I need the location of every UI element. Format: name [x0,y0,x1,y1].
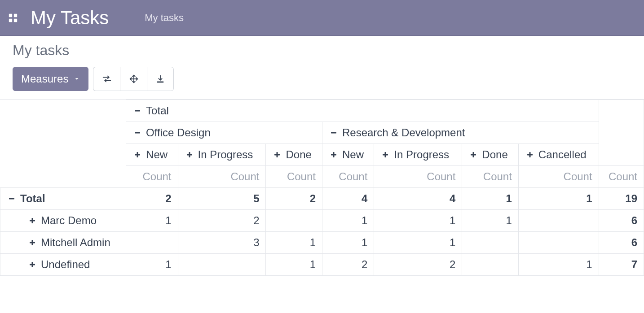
cell-3-2[interactable]: 1 [266,254,322,276]
cell-3-4[interactable]: 2 [374,254,462,276]
cell-2-3[interactable]: 1 [322,232,374,254]
svg-rect-24 [30,220,35,222]
measure-header-total[interactable]: Count [599,166,644,188]
swap-icon [102,74,112,84]
measure-header-2[interactable]: Count [266,166,322,188]
row-header-1[interactable]: Marc Demo [0,210,126,232]
cell-0-4[interactable]: 4 [374,188,462,210]
cell-0-0[interactable]: 2 [126,188,178,210]
col-leaf-1-0[interactable]: New [322,144,374,166]
cell-2-2[interactable]: 1 [266,232,322,254]
measure-header-6[interactable]: Count [518,166,599,188]
measure-header-0[interactable]: Count [126,166,178,188]
row-header-2[interactable]: Mitchell Admin [0,232,126,254]
navbar: My Tasks My tasks [0,0,644,36]
svg-rect-13 [274,154,280,156]
plus-icon[interactable] [329,150,339,160]
row-total-2[interactable]: 6 [599,232,644,254]
svg-rect-0 [9,13,12,17]
measures-button[interactable]: Measures [13,67,88,91]
plus-icon[interactable] [27,260,37,270]
plus-icon[interactable] [132,150,142,160]
cell-1-0[interactable]: 1 [126,210,178,232]
measure-header-3[interactable]: Count [322,166,374,188]
col-group-1[interactable]: Research & Development [322,122,599,144]
control-panel: My tasks Measures [0,36,644,100]
cell-3-6[interactable]: 1 [518,254,599,276]
cell-0-3[interactable]: 4 [322,188,374,210]
svg-rect-3 [14,18,17,22]
row-total-0[interactable]: 19 [599,188,644,210]
col-group-0[interactable]: Office Design [126,122,322,144]
plus-icon[interactable] [27,216,37,226]
pivot-tbody: Total252441119Marc Demo121116Mitchell Ad… [0,188,644,276]
app-title[interactable]: My Tasks [31,7,109,29]
pivot-row-2: Mitchell Admin31116 [0,232,644,254]
col-leaf-1-2[interactable]: Done [462,144,519,166]
pivot-row-0: Total252441119 [0,188,644,210]
measure-header-5[interactable]: Count [462,166,519,188]
plus-icon[interactable] [380,150,390,160]
cell-2-5[interactable] [462,232,519,254]
cell-2-6[interactable] [518,232,599,254]
row-total-1[interactable]: 6 [599,210,644,232]
col-leaf-label: Done [286,148,311,161]
col-group-label: Research & Development [342,126,465,139]
row-label-text: Mitchell Admin [41,236,110,249]
col-leaf-0-2[interactable]: Done [266,144,322,166]
minus-icon[interactable] [132,106,142,116]
expand-all-button[interactable] [120,67,147,91]
plus-icon[interactable] [185,150,194,160]
measure-header-1[interactable]: Count [178,166,266,188]
minus-icon[interactable] [132,128,142,138]
cell-2-0[interactable] [126,232,178,254]
cell-0-1[interactable]: 5 [178,188,266,210]
pivot-table: TotalOffice DesignResearch & Development… [0,100,644,276]
col-leaf-0-1[interactable]: In Progress [178,144,266,166]
nav-menu-item[interactable]: My tasks [145,12,184,24]
cell-1-2[interactable] [266,210,322,232]
col-leaf-label: Done [482,148,507,161]
cell-1-5[interactable]: 1 [462,210,519,232]
pivot-table-wrap: TotalOffice DesignResearch & Development… [0,100,644,276]
plus-icon[interactable] [525,150,535,160]
measure-header-4[interactable]: Count [374,166,462,188]
col-leaf-label: In Progress [198,148,253,161]
pivot-button-group [93,67,174,91]
cell-3-5[interactable] [462,254,519,276]
minus-icon[interactable] [7,194,17,204]
svg-rect-1 [14,13,17,17]
cell-2-4[interactable]: 1 [374,232,462,254]
cell-1-3[interactable]: 1 [322,210,374,232]
row-total-3[interactable]: 7 [599,254,644,276]
cell-1-1[interactable]: 2 [178,210,266,232]
download-button[interactable] [147,67,174,91]
cell-3-0[interactable]: 1 [126,254,178,276]
col-leaf-1-3[interactable]: Cancelled [518,144,599,166]
minus-icon[interactable] [329,128,339,138]
svg-rect-5 [135,110,140,112]
flip-axis-button[interactable] [93,67,120,91]
col-leaf-0-0[interactable]: New [126,144,178,166]
plus-icon[interactable] [272,150,282,160]
row-header-3[interactable]: Undefined [0,254,126,276]
toolbar: Measures [13,67,631,91]
cell-0-6[interactable]: 1 [518,188,599,210]
row-label-text: Marc Demo [41,214,97,227]
col-header-total[interactable]: Total [126,100,599,122]
cell-1-6[interactable] [518,210,599,232]
svg-rect-19 [471,154,476,156]
cell-3-1[interactable] [178,254,266,276]
cell-0-2[interactable]: 2 [266,188,322,210]
svg-rect-22 [9,198,14,200]
row-header-0[interactable]: Total [0,188,126,210]
plus-icon[interactable] [468,150,478,160]
col-leaf-1-1[interactable]: In Progress [374,144,462,166]
cell-1-4[interactable]: 1 [374,210,462,232]
cell-2-1[interactable]: 3 [178,232,266,254]
col-header-total-label: Total [146,104,169,117]
plus-icon[interactable] [27,238,37,248]
cell-0-5[interactable]: 1 [462,188,519,210]
cell-3-3[interactable]: 2 [322,254,374,276]
apps-icon[interactable] [8,13,18,23]
